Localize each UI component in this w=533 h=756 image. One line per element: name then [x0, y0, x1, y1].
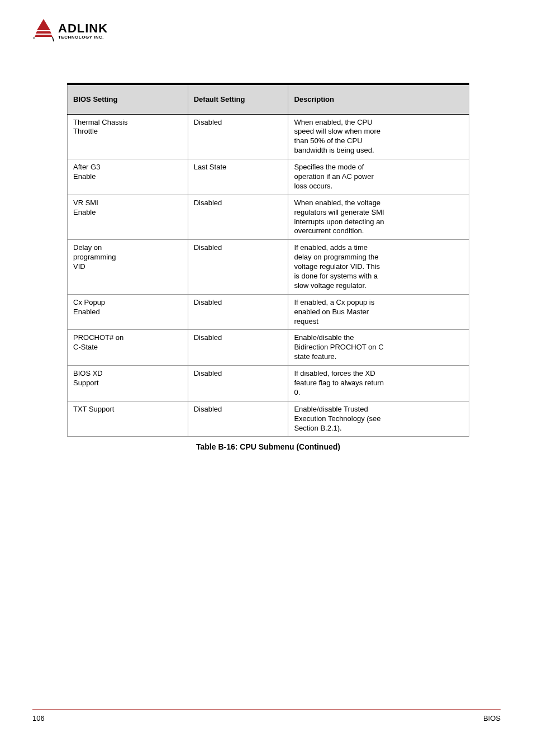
- table-cell: Disabled: [188, 240, 288, 294]
- page-footer: 106 BIOS: [32, 709, 501, 722]
- table-header-row: BIOS Setting Default Setting Description: [68, 85, 469, 114]
- svg-line-3: [53, 37, 54, 41]
- table-cell: If enabled, adds a timedelay on programm…: [288, 240, 469, 294]
- table-cell: PROCHOT# onC-State: [68, 330, 188, 366]
- section-name: BIOS: [483, 714, 501, 722]
- table-row: Cx PopupEnabledDisabledIf enabled, a Cx …: [68, 294, 469, 330]
- table-cell: Thermal ChassisThrottle: [68, 114, 188, 159]
- logo-text: ADLINK TECHNOLOGY INC.: [58, 21, 108, 40]
- table-cell: Disabled: [188, 330, 288, 366]
- table-cell: When enabled, the voltageregulators will…: [288, 195, 469, 240]
- bios-settings-table: BIOS Setting Default Setting Description…: [67, 85, 469, 437]
- svg-marker-1: [36, 31, 51, 34]
- adlink-logo-icon: [32, 18, 55, 42]
- table-row: Delay onprogrammingVIDDisabledIf enabled…: [68, 240, 469, 294]
- table-cell: Disabled: [188, 401, 288, 437]
- table-row: PROCHOT# onC-StateDisabledEnable/disable…: [68, 330, 469, 366]
- page-number: 106: [32, 714, 45, 722]
- table-cell: When enabled, the CPUspeed will slow whe…: [288, 114, 469, 159]
- bios-table-container: BIOS Setting Default Setting Description…: [67, 83, 469, 451]
- table-cell: BIOS XDSupport: [68, 366, 188, 401]
- table-cell: Disabled: [188, 366, 288, 401]
- table-cell: Disabled: [188, 294, 288, 330]
- svg-marker-0: [37, 19, 50, 30]
- table-cell: Delay onprogrammingVID: [68, 240, 188, 294]
- logo-main-text: ADLINK: [58, 21, 108, 36]
- svg-point-4: [34, 37, 35, 39]
- table-cell: Enable/disable TrustedExecution Technolo…: [288, 401, 469, 437]
- table-caption: Table B-16: CPU Submenu (Continued): [67, 442, 469, 451]
- table-row: VR SMIEnableDisabledWhen enabled, the vo…: [68, 195, 469, 240]
- header-bios-setting: BIOS Setting: [68, 85, 188, 114]
- table-cell: TXT Support: [68, 401, 188, 437]
- logo: ADLINK TECHNOLOGY INC.: [32, 18, 108, 42]
- table-cell: Cx PopupEnabled: [68, 294, 188, 330]
- header-default-setting: Default Setting: [188, 85, 288, 114]
- svg-marker-2: [35, 35, 53, 37]
- table-cell: Specifies the mode ofoperation if an AC …: [288, 159, 469, 195]
- table-cell: VR SMIEnable: [68, 195, 188, 240]
- table-cell: Disabled: [188, 195, 288, 240]
- table-row: After G3EnableLast StateSpecifies the mo…: [68, 159, 469, 195]
- logo-sub-text: TECHNOLOGY INC.: [58, 35, 108, 40]
- table-row: BIOS XDSupportDisabledIf disabled, force…: [68, 366, 469, 401]
- table-cell: Disabled: [188, 114, 288, 159]
- table-cell: If disabled, forces the XDfeature flag t…: [288, 366, 469, 401]
- table-cell: After G3Enable: [68, 159, 188, 195]
- table-row: Thermal ChassisThrottleDisabledWhen enab…: [68, 114, 469, 159]
- table-cell: If enabled, a Cx popup isenabled on Bus …: [288, 294, 469, 330]
- table-row: TXT SupportDisabledEnable/disable Truste…: [68, 401, 469, 437]
- table-cell: Last State: [188, 159, 288, 195]
- header-description: Description: [288, 85, 469, 114]
- table-cell: Enable/disable theBidirection PROCHOT on…: [288, 330, 469, 366]
